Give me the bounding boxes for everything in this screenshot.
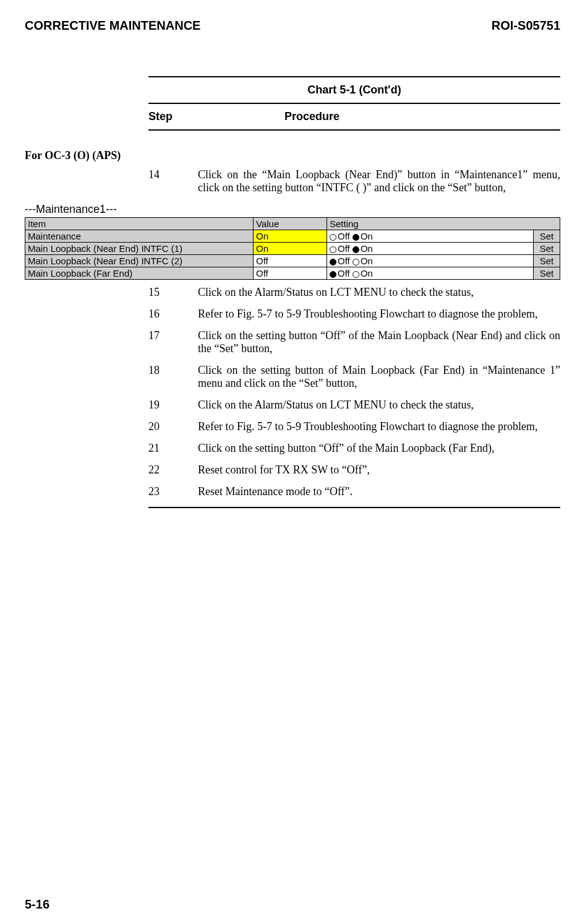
table-row: MaintenanceOnOff OnSet	[25, 230, 560, 243]
step-row: 15Click on the Alarm/Status on LCT MENU …	[148, 286, 560, 299]
radio-off-icon[interactable]	[330, 234, 336, 241]
section-heading: For OC-3 (O) (APS)	[25, 149, 560, 162]
step-number: 20	[148, 420, 198, 433]
radio-on-icon[interactable]	[352, 246, 359, 253]
step-row: 17Click on the setting button “Off” of t…	[148, 329, 560, 355]
radio-off-icon[interactable]	[330, 259, 336, 266]
step-row: 18Click on the setting button of Main Lo…	[148, 364, 560, 390]
step-text: Reset control for TX RX SW to “Off”,	[198, 464, 560, 477]
step-text: Click on the Alarm/Status on LCT MENU to…	[198, 286, 560, 299]
cell-value: On	[254, 230, 327, 243]
cell-setting[interactable]: Off On	[327, 267, 534, 280]
step-text: Click on the setting button of Main Loop…	[198, 364, 560, 390]
step-text: Refer to Fig. 5-7 to 5-9 Troubleshooting…	[198, 308, 560, 321]
cell-setting[interactable]: Off On	[327, 243, 534, 255]
cell-item: Main Loopback (Near End) INTFC (1)	[25, 243, 254, 255]
col-procedure: Procedure	[284, 110, 339, 123]
set-button[interactable]: Set	[534, 230, 560, 243]
label-on: On	[361, 256, 373, 266]
maintenance-table: Item Value Setting MaintenanceOnOff OnSe…	[25, 217, 560, 280]
cell-item: Main Loopback (Far End)	[25, 267, 254, 280]
table-row: Main Loopback (Near End) INTFC (1)OnOff …	[25, 243, 560, 255]
step-row: 22Reset control for TX RX SW to “Off”,	[148, 464, 560, 477]
cell-setting[interactable]: Off On	[327, 230, 534, 243]
cell-value: Off	[254, 255, 327, 267]
step-text: Refer to Fig. 5-7 to 5-9 Troubleshooting…	[198, 420, 560, 433]
step-number: 17	[148, 329, 198, 355]
th-item: Item	[25, 218, 254, 230]
step-number: 16	[148, 308, 198, 321]
cell-item: Maintenance	[25, 230, 254, 243]
cell-value: Off	[254, 267, 327, 280]
cell-setting[interactable]: Off On	[327, 255, 534, 267]
set-button[interactable]: Set	[534, 267, 560, 280]
set-button[interactable]: Set	[534, 255, 560, 267]
label-on: On	[361, 268, 373, 278]
step-number: 21	[148, 442, 198, 455]
chart-header-block: Chart 5-1 (Cont'd) Step Procedure	[148, 76, 560, 131]
radio-on-icon[interactable]	[352, 271, 359, 278]
step-row: 14Click on the “Main Loopback (Near End)…	[148, 168, 560, 194]
step-text: Click on the “Main Loopback (Near End)” …	[198, 168, 560, 194]
step-row: 16Refer to Fig. 5-7 to 5-9 Troubleshooti…	[148, 308, 560, 321]
table-row: Main Loopback (Near End) INTFC (2)OffOff…	[25, 255, 560, 267]
step-number: 15	[148, 286, 198, 299]
header-left: CORRECTIVE MAINTENANCE	[25, 19, 200, 33]
label-on: On	[361, 243, 373, 254]
label-off: Off	[338, 231, 350, 241]
step-text: Click on the setting button “Off” of the…	[198, 442, 560, 455]
cell-value: On	[254, 243, 327, 255]
step-number: 22	[148, 464, 198, 477]
th-setting: Setting	[327, 218, 560, 230]
step-text: Click on the setting button “Off” of the…	[198, 329, 560, 355]
step-row: 20Refer to Fig. 5-7 to 5-9 Troubleshooti…	[148, 420, 560, 433]
step-text: Reset Maintenance mode to “Off”.	[198, 485, 560, 498]
table-row: Main Loopback (Far End)OffOff OnSet	[25, 267, 560, 280]
step-number: 23	[148, 485, 198, 498]
step-row: 21Click on the setting button “Off” of t…	[148, 442, 560, 455]
th-value: Value	[254, 218, 327, 230]
step-number: 14	[148, 168, 198, 194]
header-right: ROI-S05751	[492, 19, 560, 33]
radio-on-icon[interactable]	[352, 234, 359, 241]
step-number: 19	[148, 399, 198, 412]
label-off: Off	[338, 243, 350, 254]
step-number: 18	[148, 364, 198, 390]
page-header: CORRECTIVE MAINTENANCE ROI-S05751	[25, 19, 560, 33]
label-off: Off	[338, 256, 350, 266]
chart-title: Chart 5-1 (Cont'd)	[148, 76, 560, 104]
maintenance1-label: ---Maintenance1---	[25, 203, 560, 216]
col-step: Step	[148, 110, 284, 123]
radio-off-icon[interactable]	[330, 271, 336, 278]
step-procedure-header: Step Procedure	[148, 108, 560, 131]
label-on: On	[361, 231, 373, 241]
set-button[interactable]: Set	[534, 243, 560, 255]
step-text: Click on the Alarm/Status on LCT MENU to…	[198, 399, 560, 412]
step-row: 23Reset Maintenance mode to “Off”.	[148, 485, 560, 498]
radio-on-icon[interactable]	[352, 259, 359, 266]
cell-item: Main Loopback (Near End) INTFC (2)	[25, 255, 254, 267]
end-rule	[148, 507, 560, 508]
radio-off-icon[interactable]	[330, 246, 336, 253]
label-off: Off	[338, 268, 350, 278]
step-row: 19Click on the Alarm/Status on LCT MENU …	[148, 399, 560, 412]
table-header-row: Item Value Setting	[25, 218, 560, 230]
